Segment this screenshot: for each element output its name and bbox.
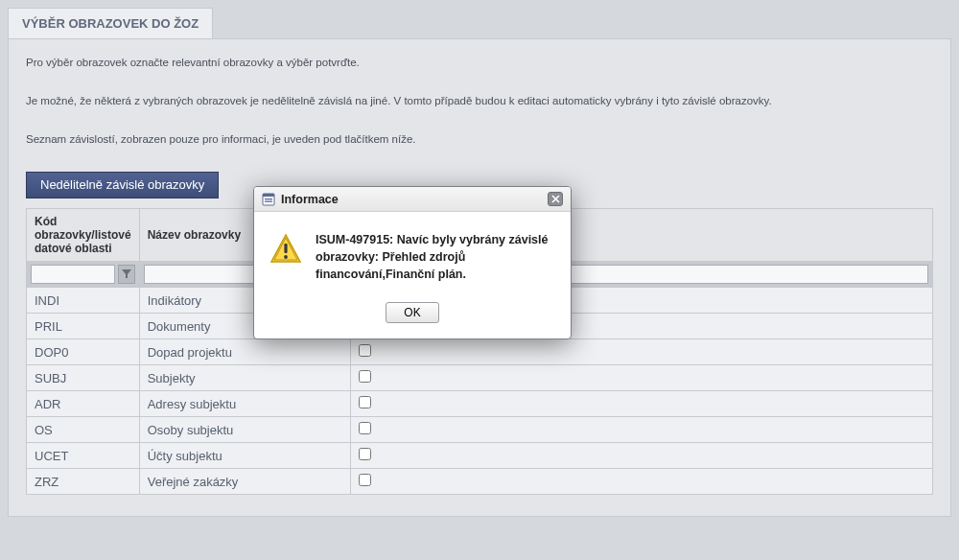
column-header-code[interactable]: Kód obrazovky/listové datové oblasti [27,209,140,262]
row-code: INDI [27,288,140,314]
row-code: SUBJ [27,365,140,391]
table-row: ZRZVeřejné zakázky [27,469,933,495]
table-row: DOP0Dopad projektu [27,339,933,365]
table-row: SUBJSubjekty [27,365,933,391]
row-name: Dopad projektu [139,339,350,365]
row-select-checkbox[interactable] [359,448,371,460]
row-select-cell [350,365,932,391]
row-name: Veřejné zakázky [139,469,350,495]
row-code: ADR [27,391,140,417]
intro-paragraph-2: Je možné, že některá z vybraných obrazov… [26,95,933,106]
dialog-message: ISUM-497915: Navíc byly vybrány závislé … [316,231,555,283]
intro-paragraph-1: Pro výběr obrazovek označte relevantní o… [26,57,933,68]
svg-point-8 [284,255,288,259]
dialog-title: Informace [281,193,542,206]
row-code: UCET [27,443,140,469]
intro-paragraph-3: Seznam závislostí, zobrazen pouze pro in… [26,133,933,145]
row-code: OS [27,417,140,443]
row-code: PRIL [27,314,140,339]
row-select-cell [350,469,932,495]
row-select-checkbox[interactable] [359,370,371,383]
row-select-cell [350,391,932,417]
svg-rect-7 [284,244,287,253]
dialog-close-button[interactable] [548,192,563,206]
svg-rect-4 [265,200,272,201]
dialog-ok-button[interactable]: OK [386,302,439,323]
table-row: UCETÚčty subjektu [27,443,933,469]
dependent-screens-button[interactable]: Nedělitelně závislé obrazovky [26,172,219,198]
row-select-checkbox[interactable] [359,474,371,486]
row-select-cell [350,339,932,365]
svg-rect-3 [265,198,272,199]
row-code: DOP0 [27,339,140,365]
dialog-titlebar[interactable]: Informace [254,187,571,212]
row-select-checkbox[interactable] [359,396,371,408]
row-select-checkbox[interactable] [359,422,371,434]
warning-icon [269,233,302,266]
table-row: ADRAdresy subjektu [27,391,933,417]
row-code: ZRZ [27,469,140,495]
row-select-cell [350,417,932,443]
info-dialog: Informace ISUM-497915: Navíc byly vybrán… [253,186,572,339]
row-name: Účty subjektu [139,443,350,469]
panel-tab[interactable]: VÝBĚR OBRAZOVEK DO ŽOZ [8,8,213,38]
row-select-checkbox[interactable] [359,344,371,357]
table-row: OSOsoby subjektu [27,417,933,443]
row-name: Adresy subjektu [139,391,350,417]
row-select-cell [350,443,932,469]
filter-code-input[interactable] [31,265,115,284]
svg-rect-2 [263,194,274,197]
row-name: Subjekty [139,365,350,391]
row-name: Osoby subjektu [139,417,350,443]
svg-marker-0 [122,269,131,278]
filter-icon[interactable] [118,265,135,284]
dialog-title-icon [262,193,275,206]
